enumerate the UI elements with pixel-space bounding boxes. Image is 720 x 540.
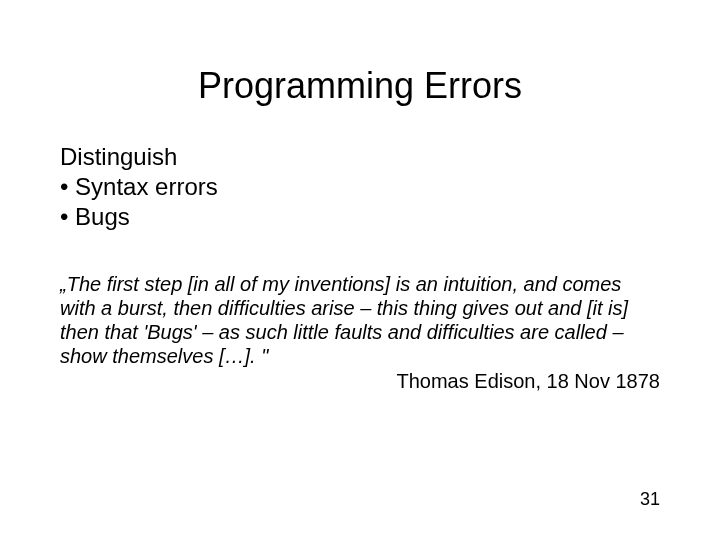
body-content: Distinguish • Syntax errors • Bugs bbox=[60, 142, 660, 232]
quote-text: „The first step [in all of my inventions… bbox=[60, 272, 660, 368]
page-number: 31 bbox=[640, 489, 660, 510]
bullet-syntax-errors: • Syntax errors bbox=[60, 172, 660, 202]
quote-attribution: Thomas Edison, 18 Nov 1878 bbox=[60, 370, 660, 393]
bullet-bugs: • Bugs bbox=[60, 202, 660, 232]
body-line-intro: Distinguish bbox=[60, 142, 660, 172]
slide-title: Programming Errors bbox=[60, 65, 660, 107]
